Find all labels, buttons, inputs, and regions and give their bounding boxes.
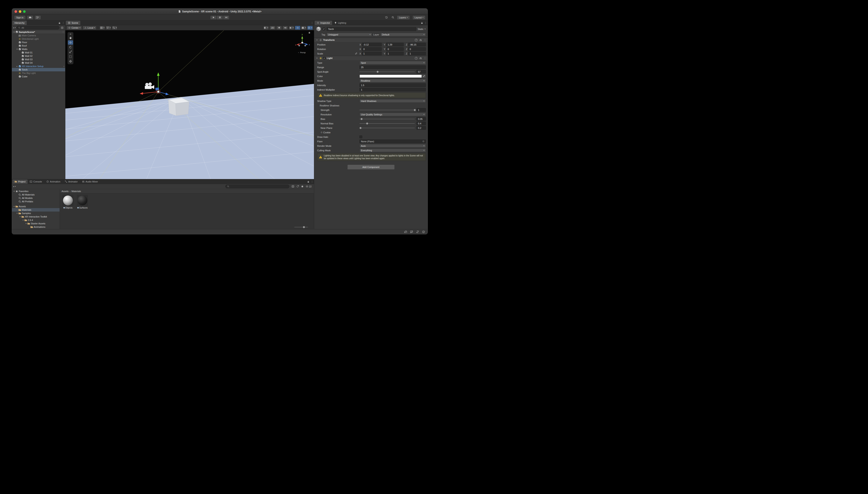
zoom-window-button[interactable]: [23, 10, 26, 13]
grid-visibility-dropdown[interactable]: ▾: [100, 26, 105, 30]
asset-grid[interactable]: ObjectsSurfaces: [60, 193, 314, 229]
gizmo-lock-button[interactable]: [308, 32, 311, 34]
undo-history-button[interactable]: [384, 15, 389, 20]
move-tool-button[interactable]: [68, 40, 73, 45]
position-y-field[interactable]: 1.29: [386, 43, 404, 46]
fold-toggle[interactable]: ▾: [16, 212, 18, 214]
dropdown-type[interactable]: Spot▾: [359, 61, 426, 64]
sync-disabled-icon[interactable]: [416, 230, 419, 233]
sign-in-button[interactable]: Sign in: [14, 15, 26, 20]
projection-toggle[interactable]: Persp: [300, 51, 306, 54]
tab-scene[interactable]: Scene: [66, 21, 80, 25]
fold-toggle[interactable]: ▾: [13, 205, 15, 207]
near-plane-value-field[interactable]: 0.2: [416, 126, 426, 130]
panel-menu-button[interactable]: ⋮: [61, 21, 65, 25]
project-search-input[interactable]: [225, 185, 290, 188]
project-tree-item-animations[interactable]: Animations: [12, 225, 60, 229]
chat-disabled-icon[interactable]: [410, 230, 413, 233]
light-component-header[interactable]: ▾ ✓ Light ? ⋮: [314, 56, 428, 60]
gizmos-dropdown[interactable]: ▾: [307, 26, 313, 30]
thumbnail-zoom-slider[interactable]: [294, 227, 308, 227]
presets-icon[interactable]: [419, 39, 422, 41]
uniform-scale-link-icon[interactable]: [355, 52, 357, 55]
fold-toggle[interactable]: ▾: [19, 215, 21, 218]
panel-menu-button[interactable]: ⋮: [424, 21, 428, 25]
hierarchy-item-wall-04[interactable]: Wall 04: [12, 61, 65, 64]
fold-open-icon[interactable]: ▾: [13, 31, 15, 33]
rotation-y-field[interactable]: 0: [386, 47, 404, 51]
asset-item-objects[interactable]: Objects: [61, 195, 74, 209]
tab-console[interactable]: Console: [27, 179, 44, 184]
scene-visibility-toggle[interactable]: [295, 26, 300, 30]
scene-audio-toggle[interactable]: [282, 26, 288, 30]
color-picker-button[interactable]: [422, 74, 426, 78]
breadcrumb-assets[interactable]: Assets: [61, 190, 68, 192]
play-button[interactable]: [210, 15, 217, 20]
tab-audio-mixer[interactable]: Audio Mixer: [80, 179, 100, 184]
help-icon[interactable]: ?: [415, 39, 417, 41]
hierarchy-item-wall-01[interactable]: Wall 01: [12, 51, 65, 54]
component-enabled-checkbox[interactable]: ✓: [323, 57, 326, 59]
titlebar[interactable]: SampleScene - XR scene 01 - Android - Un…: [12, 8, 428, 15]
slider-knob[interactable]: [366, 122, 368, 125]
hierarchy-item-wall-02[interactable]: Wall 02: [12, 54, 65, 58]
tab-lighting[interactable]: Lighting: [332, 21, 348, 25]
hierarchy-item-walls[interactable]: ▾Walls: [12, 48, 65, 51]
tab-hierarchy[interactable]: Hierarchy: [13, 21, 27, 25]
spot-angle-slider[interactable]: [359, 72, 415, 72]
create-object-button[interactable]: + ▾: [13, 26, 16, 29]
fold-toggle[interactable]: ▾: [22, 219, 24, 221]
project-tree-item-starter-assets[interactable]: ▾Starter Assets: [12, 222, 60, 225]
hierarchy-item-floor[interactable]: Floor: [12, 41, 65, 44]
hierarchy-scene-row[interactable]: ▾ SampleScene* ⋮: [12, 30, 65, 34]
slider-knob[interactable]: [360, 118, 363, 120]
range-field[interactable]: 25: [359, 65, 426, 69]
rotation-z-field[interactable]: 0: [408, 47, 426, 51]
project-tree-item-samples[interactable]: ▾Samples: [12, 211, 60, 215]
tab-animation[interactable]: Animation: [44, 179, 63, 184]
hierarchy-search-input[interactable]: All: [17, 26, 59, 30]
bias-value-field[interactable]: 0.05: [416, 117, 426, 121]
active-checkbox[interactable]: ✓: [322, 27, 325, 30]
snap-toggle-dropdown[interactable]: ▾: [106, 26, 111, 30]
fold-open-icon[interactable]: ▾: [316, 57, 318, 59]
pause-button[interactable]: [217, 15, 223, 20]
rect-tool-button[interactable]: [68, 55, 73, 59]
presets-icon[interactable]: [419, 57, 422, 60]
rotate-tool-button[interactable]: [68, 45, 73, 49]
project-tree-item-all-models[interactable]: All Models: [12, 196, 60, 200]
fold-toggle[interactable]: ▸: [16, 65, 18, 67]
kebab-icon[interactable]: ⋮: [62, 31, 64, 33]
project-tree-item-all-prefabs[interactable]: All Prefabs: [12, 200, 60, 203]
scale-y-field[interactable]: 1: [386, 52, 404, 55]
slider-knob[interactable]: [414, 109, 416, 111]
fold-toggle[interactable]: ▾: [25, 223, 27, 225]
kebab-icon[interactable]: ⋮: [424, 57, 426, 60]
rotation-x-field[interactable]: 0: [362, 47, 381, 51]
static-dropdown[interactable]: Static ▾: [417, 28, 426, 30]
project-tree-item-materials[interactable]: Materials: [12, 208, 60, 211]
dropdown-mode[interactable]: Realtime▾: [359, 79, 426, 82]
hierarchy-item-the-big-light[interactable]: The Big Light: [12, 71, 65, 75]
shading-mode-dropdown[interactable]: ▾: [263, 26, 269, 30]
version-control-button[interactable]: [35, 15, 41, 20]
object-name-field[interactable]: Torch: [327, 27, 416, 31]
asset-item-surfaces[interactable]: Surfaces: [76, 195, 89, 209]
scene-picking-button[interactable]: [60, 26, 64, 30]
hidden-packages-toggle[interactable]: 22: [305, 185, 312, 188]
cloud-offline-icon[interactable]: [404, 230, 407, 233]
spot-angle-value-field[interactable]: 57: [416, 70, 426, 74]
fold-toggle[interactable]: ▾: [13, 190, 15, 192]
strength-value-field[interactable]: 1: [416, 108, 426, 112]
close-window-button[interactable]: [15, 10, 17, 13]
layers-dropdown[interactable]: Layers ▾: [397, 15, 410, 20]
object-picker-icon[interactable]: ⊙: [422, 140, 425, 143]
position-x-field[interactable]: -0.12: [362, 43, 381, 46]
fold-open-icon[interactable]: ▾: [316, 39, 318, 41]
cloud-services-button[interactable]: [27, 15, 33, 20]
hierarchy-item-torch[interactable]: Torch: [12, 68, 65, 71]
hierarchy-item-xr-interaction-setup[interactable]: ▸XR Interaction Setup›: [12, 64, 65, 68]
step-button[interactable]: [223, 15, 230, 20]
draw-halo-checkbox[interactable]: [359, 135, 362, 138]
near-plane-slider[interactable]: [359, 128, 415, 128]
